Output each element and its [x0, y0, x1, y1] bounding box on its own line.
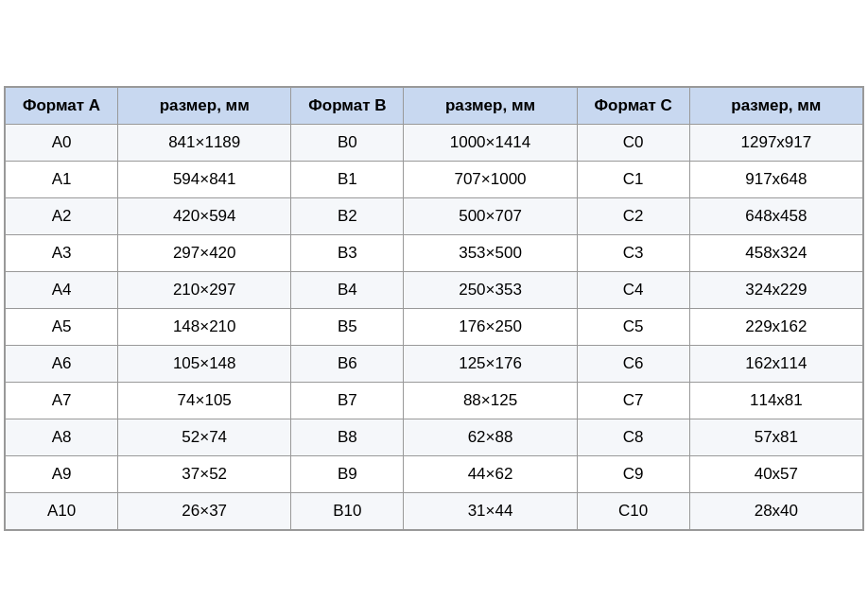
table-cell: A10 [6, 492, 118, 529]
table-cell: C2 [577, 197, 689, 234]
table-cell: 162x114 [689, 345, 862, 382]
table-cell: A9 [6, 455, 118, 492]
table-cell: A3 [6, 234, 118, 271]
table-cell: 917x648 [689, 161, 862, 197]
table-row: A1026×37B1031×44C1028x40 [6, 492, 863, 529]
table-cell: 31×44 [404, 492, 577, 529]
table-cell: B2 [291, 197, 404, 234]
table-cell: C1 [577, 161, 689, 197]
header-format-b: Формат B [291, 87, 404, 124]
table-cell: B4 [291, 271, 404, 308]
table-cell: 37×52 [118, 455, 291, 492]
table-cell: B0 [291, 124, 404, 161]
table-cell: 28x40 [689, 492, 862, 529]
table-cell: B7 [291, 382, 404, 419]
table-row: A5148×210B5176×250C5229x162 [6, 308, 863, 345]
table-cell: 88×125 [404, 382, 577, 419]
table-cell: C6 [577, 345, 689, 382]
table-cell: B8 [291, 419, 404, 455]
table-cell: 52×74 [118, 419, 291, 455]
table-cell: A6 [6, 345, 118, 382]
table-row: A4210×297B4250×353C4324x229 [6, 271, 863, 308]
header-size-a: размер, мм [118, 87, 291, 124]
table-cell: 74×105 [118, 382, 291, 419]
table-cell: B3 [291, 234, 404, 271]
paper-sizes-table: Формат A размер, мм Формат B размер, мм … [5, 87, 863, 530]
table-cell: C8 [577, 419, 689, 455]
table-cell: 40x57 [689, 455, 862, 492]
table-row: A0841×1189B01000×1414C01297x917 [6, 124, 863, 161]
table-cell: A2 [6, 197, 118, 234]
table-cell: C5 [577, 308, 689, 345]
table-cell: 57x81 [689, 419, 862, 455]
table-cell: C4 [577, 271, 689, 308]
table-cell: A0 [6, 124, 118, 161]
table-cell: C0 [577, 124, 689, 161]
table-cell: B5 [291, 308, 404, 345]
table-cell: A8 [6, 419, 118, 455]
header-row: Формат A размер, мм Формат B размер, мм … [6, 87, 863, 124]
table-cell: C9 [577, 455, 689, 492]
header-size-c: размер, мм [689, 87, 862, 124]
table-row: A2420×594B2500×707C2648x458 [6, 197, 863, 234]
table-cell: 176×250 [404, 308, 577, 345]
table-cell: 250×353 [404, 271, 577, 308]
table-cell: 148×210 [118, 308, 291, 345]
table-cell: 105×148 [118, 345, 291, 382]
table-cell: A1 [6, 161, 118, 197]
table-cell: 229x162 [689, 308, 862, 345]
table-row: A6105×148B6125×176C6162x114 [6, 345, 863, 382]
paper-sizes-table-wrapper: Формат A размер, мм Формат B размер, мм … [4, 86, 864, 531]
table-cell: 26×37 [118, 492, 291, 529]
table-cell: B1 [291, 161, 404, 197]
table-cell: B9 [291, 455, 404, 492]
table-cell: B10 [291, 492, 404, 529]
table-row: A852×74B862×88C857x81 [6, 419, 863, 455]
table-cell: 44×62 [404, 455, 577, 492]
table-cell: C7 [577, 382, 689, 419]
table-cell: C10 [577, 492, 689, 529]
table-cell: A4 [6, 271, 118, 308]
table-cell: B6 [291, 345, 404, 382]
table-cell: 297×420 [118, 234, 291, 271]
table-cell: 458x324 [689, 234, 862, 271]
table-cell: 114x81 [689, 382, 862, 419]
header-format-c: Формат C [577, 87, 689, 124]
table-cell: 324x229 [689, 271, 862, 308]
table-row: A937×52B944×62C940x57 [6, 455, 863, 492]
table-cell: 210×297 [118, 271, 291, 308]
table-row: A1594×841B1707×1000C1917x648 [6, 161, 863, 197]
table-cell: C3 [577, 234, 689, 271]
table-cell: 420×594 [118, 197, 291, 234]
header-size-b: размер, мм [404, 87, 577, 124]
table-cell: 1297x917 [689, 124, 862, 161]
header-format-a: Формат A [6, 87, 118, 124]
table-cell: 594×841 [118, 161, 291, 197]
table-cell: 62×88 [404, 419, 577, 455]
table-cell: A5 [6, 308, 118, 345]
table-row: A3297×420B3353×500C3458x324 [6, 234, 863, 271]
table-cell: A7 [6, 382, 118, 419]
table-cell: 707×1000 [404, 161, 577, 197]
table-cell: 353×500 [404, 234, 577, 271]
table-cell: 125×176 [404, 345, 577, 382]
table-cell: 1000×1414 [404, 124, 577, 161]
table-cell: 648x458 [689, 197, 862, 234]
table-row: A774×105B788×125C7114x81 [6, 382, 863, 419]
table-cell: 500×707 [404, 197, 577, 234]
table-cell: 841×1189 [118, 124, 291, 161]
